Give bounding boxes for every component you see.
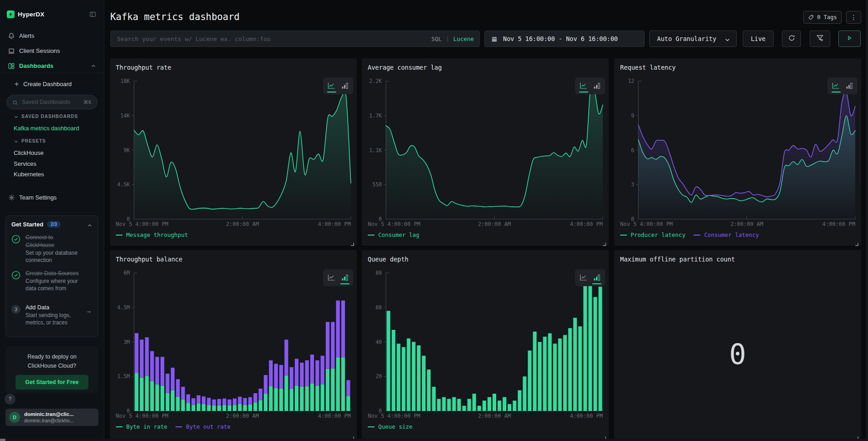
app-name: HyperDX bbox=[18, 11, 44, 18]
section-header-1[interactable]: PRESETS bbox=[0, 138, 46, 144]
svg-text:2.2K: 2.2K bbox=[369, 78, 382, 84]
chart-canvas[interactable]: 020406080Nov 5 4:00:00 PM2:00:00 AM4:00:… bbox=[362, 250, 609, 439]
scrollbar-thumb[interactable] bbox=[0, 439, 5, 441]
chevron-up-icon[interactable] bbox=[87, 222, 92, 227]
resize-handle-icon[interactable] bbox=[350, 433, 354, 436]
line-chart-icon[interactable] bbox=[327, 80, 337, 92]
vertical-scrollbar[interactable] bbox=[866, 0, 868, 441]
sidebar-item-kubernetes[interactable]: Kubernetes bbox=[14, 171, 44, 178]
bar-chart-icon[interactable] bbox=[844, 80, 854, 92]
bar-chart-icon[interactable] bbox=[340, 80, 350, 92]
svg-text:18K: 18K bbox=[120, 78, 130, 84]
chart-canvas[interactable]: 01.5M3M4.5M6MNov 5 4:00:00 PM2:00:00 AM4… bbox=[110, 250, 357, 439]
svg-text:1.5M: 1.5M bbox=[117, 373, 130, 379]
promo-line-1: Ready to deploy on bbox=[5, 352, 98, 361]
svg-text:2:00:00 AM: 2:00:00 AM bbox=[478, 413, 511, 419]
arrow-right-icon: → bbox=[86, 308, 92, 314]
bar-chart-icon[interactable] bbox=[592, 80, 602, 92]
bar-chart-icon[interactable] bbox=[592, 272, 602, 284]
resize-handle-icon[interactable] bbox=[855, 433, 858, 436]
granularity-value: Auto Granularity bbox=[657, 35, 716, 42]
more-menu-button[interactable]: ⋮ bbox=[846, 11, 861, 24]
sidebar-item-kafka-metrics-dashboard[interactable]: Kafka metrics dashboard bbox=[14, 125, 79, 132]
progress-badge: 2/3 bbox=[47, 221, 61, 228]
search-placeholder: Saved Dashboards bbox=[22, 99, 70, 105]
chevron-down-icon bbox=[724, 36, 730, 42]
svg-text:12: 12 bbox=[628, 78, 634, 84]
horizontal-scrollbar[interactable] bbox=[0, 439, 868, 441]
svg-text:4:00:00 PM: 4:00:00 PM bbox=[570, 413, 603, 419]
svg-text:2:00:00 AM: 2:00:00 AM bbox=[226, 221, 259, 227]
create-dashboard-button[interactable]: Create Dashboard bbox=[0, 77, 104, 90]
user-menu[interactable]: D dominic.tran@clic... dominic.tran@clic… bbox=[5, 409, 98, 426]
run-query-button[interactable] bbox=[838, 31, 861, 47]
grid-icon bbox=[8, 62, 15, 70]
sidebar-item-services[interactable]: Services bbox=[14, 160, 36, 167]
tags-button[interactable]: 0 Tags bbox=[803, 11, 842, 24]
line-chart-icon[interactable] bbox=[579, 272, 589, 284]
svg-text:Nov 5 4:00:00 PM: Nov 5 4:00:00 PM bbox=[620, 221, 673, 227]
event-search-input[interactable]: Search your events w/ Lucene ex. column:… bbox=[110, 31, 480, 47]
help-button[interactable]: ? bbox=[5, 394, 15, 405]
refresh-button[interactable] bbox=[782, 31, 801, 47]
legend-item: Byte in rate bbox=[116, 423, 167, 430]
section-header-0[interactable]: SAVED DASHBOARDS bbox=[0, 114, 78, 119]
sidebar-item-clickhouse[interactable]: ClickHouse bbox=[14, 149, 44, 156]
svg-text:6M: 6M bbox=[123, 270, 130, 276]
sidebar-item-dashboards[interactable]: Dashboards bbox=[0, 59, 104, 73]
resize-handle-icon[interactable] bbox=[350, 239, 354, 243]
sidebar-item-client-sessions[interactable]: Client Sessions bbox=[0, 44, 104, 58]
chart-type-switcher bbox=[323, 269, 353, 286]
date-range-picker[interactable]: Nov 5 16:00:00 - Nov 6 16:00:00 bbox=[484, 31, 645, 47]
dots-icon: ⋮ bbox=[851, 14, 857, 21]
svg-text:4:00:00 PM: 4:00:00 PM bbox=[318, 221, 351, 227]
team-settings-label: Team Settings bbox=[19, 194, 56, 201]
sidebar-item-team-settings[interactable]: Team Settings bbox=[0, 193, 104, 201]
get-started-free-button[interactable]: Get Started for Free bbox=[15, 375, 88, 390]
saved-dashboards-search[interactable]: Saved Dashboards ⌘K bbox=[6, 95, 98, 109]
legend-dash-icon bbox=[368, 235, 375, 236]
chart-legend: Consumer lag bbox=[368, 231, 419, 238]
panel-title: Request latency bbox=[620, 64, 676, 71]
bell-icon bbox=[8, 32, 15, 40]
bar-chart-icon[interactable] bbox=[340, 272, 350, 284]
svg-text:550: 550 bbox=[372, 181, 382, 188]
legend-item: Queue size bbox=[368, 423, 412, 430]
sql-toggle[interactable]: SQL bbox=[431, 36, 442, 42]
line-chart-icon[interactable] bbox=[327, 272, 337, 284]
get-started-item-0[interactable]: Connect toClickHouseSet up your database… bbox=[11, 234, 92, 264]
svg-text:80: 80 bbox=[375, 270, 382, 276]
get-started-item-2[interactable]: 3Add DataStart sending logs,metrics, or … bbox=[11, 304, 92, 326]
granularity-select[interactable]: Auto Granularity bbox=[649, 31, 737, 47]
step-number: 3 bbox=[11, 305, 21, 314]
sidebar-item-alerts[interactable]: Alerts bbox=[0, 29, 104, 43]
live-button[interactable]: Live bbox=[743, 31, 774, 47]
lucene-toggle[interactable]: Lucene bbox=[453, 36, 474, 42]
resize-handle-icon[interactable] bbox=[602, 433, 606, 436]
metric-value: 0 bbox=[614, 338, 861, 371]
check-circle-icon bbox=[11, 273, 21, 281]
resize-handle-icon[interactable] bbox=[602, 239, 606, 243]
get-started-item-1[interactable]: Create Data SourcesConfigure where yourd… bbox=[11, 270, 92, 292]
toggle-divider: | bbox=[446, 36, 449, 42]
chart-canvas[interactable]: 05501.1K1.7K2.2KNov 5 4:00:00 PM2:00:00 … bbox=[362, 58, 609, 246]
legend-dash-icon bbox=[693, 235, 700, 236]
sidebar-collapse-icon[interactable] bbox=[89, 11, 97, 18]
chart-canvas[interactable]: 036912Nov 5 4:00:00 PM2:00:00 AM4:00:00 … bbox=[614, 58, 861, 246]
legend-item: Consumer lag bbox=[368, 231, 419, 238]
user-email: dominic.tran@clickho... bbox=[24, 418, 74, 423]
line-chart-icon[interactable] bbox=[831, 80, 841, 92]
legend-dash-icon bbox=[116, 426, 123, 427]
line-chart-icon[interactable] bbox=[579, 80, 589, 92]
filter-button[interactable] bbox=[810, 31, 830, 47]
panel-title: Maximum offline partition count bbox=[620, 256, 735, 263]
logo[interactable]: HyperDX bbox=[7, 8, 44, 20]
resize-handle-icon[interactable] bbox=[855, 239, 858, 243]
panel-average-consumer-lag: Average consumer lag05501.1K1.7K2.2KNov … bbox=[362, 58, 609, 246]
chart-canvas[interactable]: 04.5K9K14K18KNov 5 4:00:00 PM2:00:00 AM4… bbox=[110, 58, 357, 246]
date-range-value: Nov 5 16:00:00 - Nov 6 16:00:00 bbox=[503, 35, 618, 42]
svg-text:20: 20 bbox=[375, 373, 382, 379]
shortcut-badge: ⌘K bbox=[83, 99, 92, 105]
legend-item: Consumer latency bbox=[693, 231, 759, 238]
svg-text:2:00:00 AM: 2:00:00 AM bbox=[226, 413, 259, 419]
